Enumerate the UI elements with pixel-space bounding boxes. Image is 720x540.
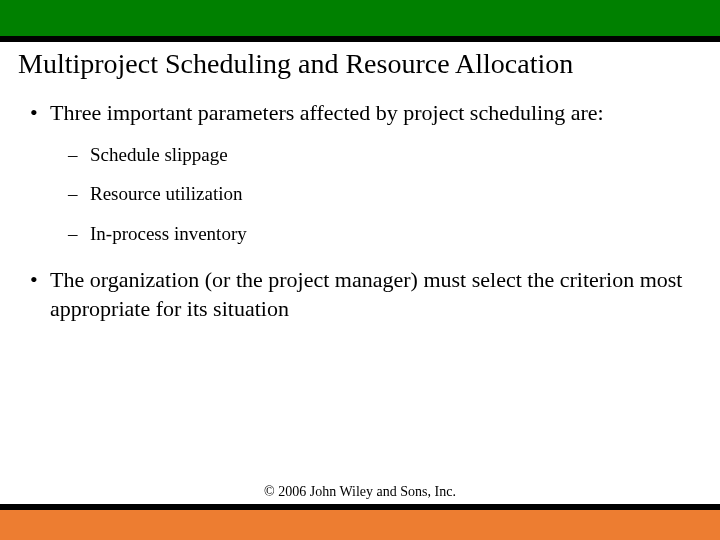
bullet-1: Three important parameters affected by p… (28, 98, 692, 247)
bullet-2: The organization (or the project manager… (28, 265, 692, 324)
bullet-1-text: Three important parameters affected by p… (50, 100, 604, 125)
sub-bullet-2: Resource utilization (64, 181, 692, 207)
slide-title: Multiproject Scheduling and Resource All… (0, 42, 720, 90)
slide-body: Three important parameters affected by p… (0, 90, 720, 324)
footer-orange-bar (0, 510, 720, 540)
sub-bullet-1: Schedule slippage (64, 142, 692, 168)
footer: © 2006 John Wiley and Sons, Inc. (0, 484, 720, 540)
header-green-bar (0, 0, 720, 36)
sub-bullet-3: In-process inventory (64, 221, 692, 247)
copyright-text: © 2006 John Wiley and Sons, Inc. (0, 484, 720, 504)
